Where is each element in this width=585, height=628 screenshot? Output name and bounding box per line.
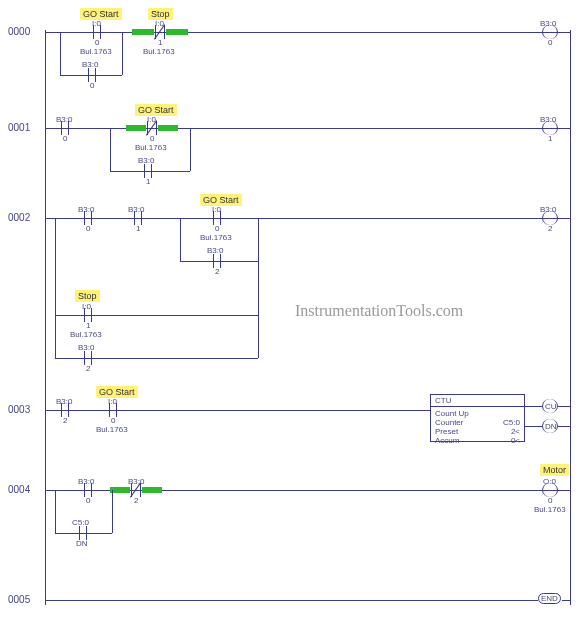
dn-lbl: DN (545, 422, 557, 431)
xic-contact (81, 483, 95, 497)
xic-contact (76, 526, 90, 540)
branch-wire (258, 261, 259, 315)
branch-wire (122, 32, 123, 75)
rung-wire (45, 32, 570, 33)
ote-coil (542, 121, 558, 135)
wire (525, 426, 542, 427)
xic-contact (141, 164, 155, 178)
stop-label: Stop (75, 290, 100, 302)
cu-lbl: CU (545, 402, 557, 411)
xic-contact (81, 351, 95, 365)
xic-contact (210, 211, 224, 225)
bit: 2 (134, 496, 138, 505)
xic-contact (106, 403, 120, 417)
green-active (166, 29, 188, 35)
bit: 0 (111, 416, 115, 425)
branch-wire (55, 218, 56, 315)
ote-coil (542, 25, 558, 39)
branch-wire (180, 218, 181, 261)
bit: 2 (63, 416, 67, 425)
bul: Bul.1763 (135, 143, 167, 152)
rung-number: 0000 (8, 26, 30, 37)
ote-coil (542, 483, 558, 497)
xic-contact (85, 68, 99, 82)
green-active (110, 487, 130, 493)
bit: 2 (215, 267, 219, 276)
bit: 0 (63, 134, 67, 143)
bit: 1 (548, 134, 552, 143)
bit: 0 (548, 38, 552, 47)
bit: 0 (150, 134, 154, 143)
bul: Bul.1763 (70, 330, 102, 339)
ote-coil (542, 211, 558, 225)
wire (562, 600, 570, 601)
xic-contact (81, 211, 95, 225)
xic-contact (90, 25, 104, 39)
bit: 1 (146, 177, 150, 186)
rung-number: 0005 (8, 594, 30, 605)
xic-contact (58, 121, 72, 135)
bit: 0 (86, 496, 90, 505)
bul: Bul.1763 (143, 47, 175, 56)
rung-number: 0004 (8, 484, 30, 495)
wire (558, 426, 570, 427)
left-rail (45, 30, 46, 605)
rung-number: 0003 (8, 404, 30, 415)
bit: 0 (86, 224, 90, 233)
branch-wire (60, 32, 61, 75)
branch-wire (55, 490, 56, 533)
bit: 0 (95, 38, 99, 47)
rung-number: 0001 (8, 122, 30, 133)
bit: 0 (548, 496, 552, 505)
rung-number: 0002 (8, 212, 30, 223)
bit: 2 (548, 224, 552, 233)
end-instruction: END (538, 593, 561, 604)
ladder-diagram: InstrumentationTools.com 0000 GO Start I… (0, 0, 585, 628)
ctu-instruction: CTU Count Up CounterC5:0 Preset2< Accum0… (430, 394, 525, 442)
bit: 0 (215, 224, 219, 233)
xic-contact (131, 211, 145, 225)
branch-wire (258, 218, 259, 261)
rung-wire (45, 128, 570, 129)
watermark: InstrumentationTools.com (295, 302, 463, 320)
bul: Bul.1763 (80, 47, 112, 56)
bit: DN (76, 539, 88, 548)
right-rail (570, 30, 571, 605)
rung-wire (45, 218, 570, 219)
xic-contact (210, 254, 224, 268)
bul: Bul.1763 (200, 233, 232, 242)
bit: 2 (86, 364, 90, 373)
branch-wire (110, 128, 111, 171)
xic-contact (58, 403, 72, 417)
motor-label: Motor (540, 464, 569, 476)
green-active (142, 487, 162, 493)
rung-wire (45, 410, 430, 411)
bit: 0 (90, 81, 94, 90)
xic-contact (81, 308, 95, 322)
wire (558, 406, 570, 407)
green-active (132, 29, 154, 35)
bit: 1 (136, 224, 140, 233)
ctu-line: Count Up (435, 409, 520, 418)
rung-wire (45, 600, 538, 601)
green-active (126, 125, 146, 131)
ctu-title: CTU (431, 395, 524, 407)
green-active (158, 125, 178, 131)
bul: Bul.1763 (534, 505, 566, 514)
branch-wire (112, 490, 113, 533)
bit: 1 (86, 321, 90, 330)
bit: 1 (158, 38, 162, 47)
branch-wire (55, 315, 56, 358)
branch-wire (258, 315, 259, 358)
wire (525, 406, 542, 407)
bul: Bul.1763 (96, 425, 128, 434)
branch-wire (190, 128, 191, 171)
